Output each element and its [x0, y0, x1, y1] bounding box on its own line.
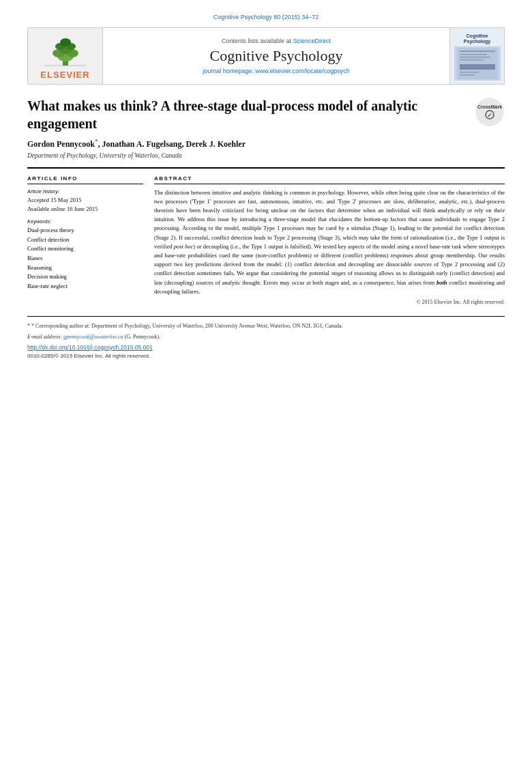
journal-homepage-label: journal homepage:: [203, 68, 255, 74]
keywords-list: Dual-process theory Conflict detection C…: [27, 226, 143, 291]
article-info-title: ARTICLE INFO: [27, 175, 143, 184]
header-section: ELSEVIER Contents lists available at Sci…: [27, 27, 505, 85]
article-info-column: ARTICLE INFO Article history: Accepted 1…: [27, 175, 143, 305]
sciencedirect-line: Contents lists available at ScienceDirec…: [222, 38, 331, 44]
svg-text:CrossMark: CrossMark: [477, 104, 502, 109]
elsevier-logo: ELSEVIER: [28, 28, 103, 84]
journal-title: Cognitive Psychology: [210, 47, 343, 65]
article-title-section: What makes us think? A three-stage dual-…: [27, 94, 505, 132]
svg-rect-11: [460, 54, 487, 55]
citation-bar: Cognitive Psychology 80 (2015) 34–72: [27, 14, 505, 20]
copyright: © 2015 Elsevier Inc. All rights reserved…: [154, 299, 505, 305]
cover-image: [454, 46, 501, 81]
footnote-address-text: * Corresponding author at: Department of…: [31, 323, 343, 329]
sciencedirect-link[interactable]: ScienceDirect: [293, 38, 331, 44]
abstract-title: ABSTRACT: [154, 175, 505, 184]
keyword-3: Conflict monitoring: [27, 244, 143, 254]
history-label: Article history:: [27, 188, 143, 195]
abstract-column: ABSTRACT The distinction between intuiti…: [154, 175, 505, 305]
accepted-date: Accepted 15 May 2015: [27, 196, 143, 205]
article-history: Accepted 15 May 2015 Available online 16…: [27, 196, 143, 214]
crossmark-icon[interactable]: CrossMark ✓: [475, 97, 505, 127]
keyword-5: Reasoning: [27, 263, 143, 273]
elsevier-tree-icon: [38, 37, 93, 68]
svg-rect-16: [460, 74, 475, 76]
keywords-label: Keywords:: [27, 218, 143, 225]
keyword-6: Decision making: [27, 272, 143, 282]
svg-text:✓: ✓: [487, 111, 492, 118]
svg-rect-14: [460, 64, 495, 70]
article-title: What makes us think? A three-stage dual-…: [27, 97, 467, 132]
citation-text: Cognitive Psychology 80 (2015) 34–72: [213, 14, 319, 20]
journal-homepage: journal homepage: www.elsevier.com/locat…: [203, 68, 350, 74]
two-column-section: ARTICLE INFO Article history: Accepted 1…: [27, 167, 505, 305]
page: Cognitive Psychology 80 (2015) 34–72 ELS…: [0, 0, 532, 774]
svg-rect-13: [460, 59, 484, 61]
svg-rect-10: [460, 51, 495, 52]
svg-rect-12: [460, 57, 490, 58]
email-label: E-mail address:: [27, 334, 62, 340]
footnote-email: E-mail address: gpennycook@uwaterloo.ca …: [27, 333, 505, 341]
journal-cover: Cognitive Psychology: [449, 28, 504, 84]
email-link[interactable]: gpennycook@uwaterloo.ca: [63, 334, 125, 340]
abstract-text: The distinction between intuitive and an…: [154, 188, 505, 296]
journal-homepage-link[interactable]: www.elsevier.com/locate/cogpsych: [255, 68, 350, 74]
available-date: Available online 16 June 2015: [27, 205, 143, 214]
issn-line: 0010-0285/© 2015 Elsevier Inc. All right…: [27, 353, 505, 359]
affiliation: Department of Psychology, University of …: [27, 152, 505, 159]
svg-rect-15: [460, 72, 479, 73]
elsevier-brand: ELSEVIER: [40, 70, 89, 80]
keyword-7: Base-rate neglect: [27, 282, 143, 291]
footnote-address: * * Corresponding author at: Department …: [27, 322, 505, 330]
journal-header-center: Contents lists available at ScienceDirec…: [103, 28, 449, 84]
sciencedirect-label: Contents lists available at: [222, 38, 291, 44]
svg-point-7: [60, 38, 71, 46]
email-note: (G. Pennycook).: [125, 334, 161, 340]
authors: Gordon Pennycook*, Jonathan A. Fugelsang…: [27, 138, 505, 149]
doi-link[interactable]: http://dx.doi.org/10.1016/j.cogpsych.201…: [27, 344, 505, 351]
keyword-4: Biases: [27, 254, 143, 263]
cover-title: Cognitive Psychology: [464, 33, 490, 45]
keyword-2: Conflict detection: [27, 235, 143, 245]
keyword-1: Dual-process theory: [27, 226, 143, 235]
author-sup: *: [95, 138, 98, 145]
footer: * * Corresponding author at: Department …: [27, 316, 505, 359]
